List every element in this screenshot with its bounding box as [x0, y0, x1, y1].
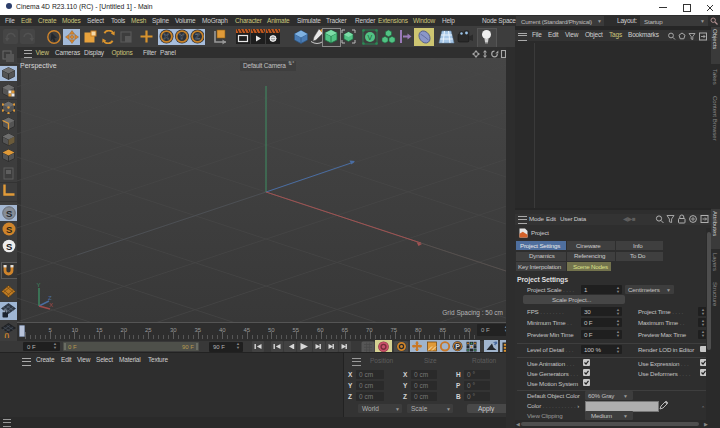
svg-text:S: S — [6, 207, 12, 218]
svg-text:X: X — [164, 32, 170, 41]
svg-text:V: V — [368, 34, 373, 41]
svg-text:Y: Y — [37, 282, 41, 288]
svg-text:X: X — [49, 302, 53, 308]
svg-text:Z: Z — [195, 32, 200, 41]
svg-text:P: P — [455, 343, 460, 350]
svg-text:Y: Y — [179, 32, 185, 41]
svg-text:S: S — [6, 224, 12, 235]
svg-text:(): () — [4, 331, 9, 339]
svg-text:Z: Z — [48, 295, 52, 301]
svg-text:S: S — [6, 241, 12, 252]
